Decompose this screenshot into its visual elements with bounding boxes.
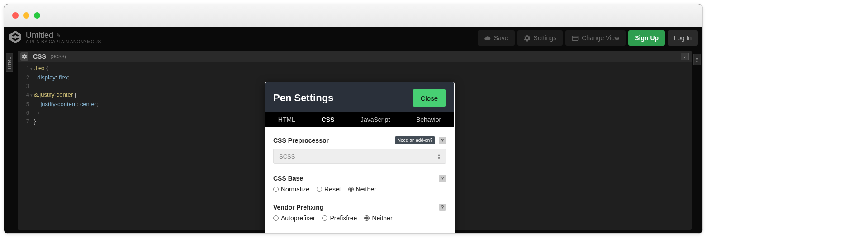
- vendor-options: Autoprefixer Prefixfree Neither: [273, 215, 446, 222]
- select-arrows-icon: ▴▾: [438, 154, 440, 159]
- radio-vendor-neither[interactable]: Neither: [364, 215, 392, 222]
- topbar-left: Untitled ✎ A PEN BY CAPTAIN ANONYMOUS: [9, 31, 101, 45]
- settings-label: Settings: [534, 34, 557, 42]
- help-icon[interactable]: ?: [439, 137, 446, 144]
- mac-window: Untitled ✎ A PEN BY CAPTAIN ANONYMOUS Sa…: [4, 4, 703, 234]
- help-icon[interactable]: ?: [439, 204, 446, 211]
- html-panel-tab[interactable]: HTML: [6, 54, 13, 72]
- radio-autoprefixer[interactable]: Autoprefixer: [273, 215, 315, 222]
- tab-behavior[interactable]: Behavior: [413, 114, 445, 125]
- help-icon[interactable]: ?: [439, 175, 446, 182]
- js-panel-tab[interactable]: JS: [693, 54, 701, 65]
- window-minimize-dot[interactable]: [23, 12, 29, 19]
- tab-css[interactable]: CSS: [318, 114, 338, 125]
- code-line: 2 display: flex;: [21, 73, 692, 82]
- code-line: 1▾.flex {: [21, 64, 692, 73]
- addon-badge[interactable]: Need an add-on?: [395, 136, 435, 144]
- modal-body: CSS Preprocessor Need an add-on? ? SCSS …: [265, 127, 454, 229]
- gear-icon: [524, 35, 531, 42]
- edit-title-icon[interactable]: ✎: [56, 33, 61, 38]
- log-in-button[interactable]: Log In: [668, 30, 698, 46]
- radio-reset[interactable]: Reset: [317, 186, 341, 193]
- window-close-dot[interactable]: [12, 12, 19, 19]
- radio-neither[interactable]: Neither: [348, 186, 376, 193]
- modal-title: Pen Settings: [273, 92, 333, 104]
- modal-tabs: HTML CSS JavaScript Behavior: [265, 112, 454, 127]
- settings-button[interactable]: Settings: [517, 30, 563, 46]
- codepen-logo-icon: [9, 31, 21, 45]
- save-label: Save: [494, 34, 508, 42]
- window-titlebar: [4, 4, 702, 27]
- layout-icon: [572, 35, 579, 42]
- tab-html[interactable]: HTML: [275, 114, 299, 125]
- log-in-label: Log In: [674, 34, 692, 42]
- window-zoom-dot[interactable]: [34, 12, 40, 19]
- codepen-app: Untitled ✎ A PEN BY CAPTAIN ANONYMOUS Sa…: [4, 27, 702, 233]
- css-base-label: CSS Base: [273, 175, 303, 182]
- preprocessor-select[interactable]: SCSS ▴▾: [273, 149, 446, 164]
- modal-header: Pen Settings Close: [265, 82, 454, 112]
- chevron-down-icon: ⌄: [683, 54, 687, 59]
- css-panel-header: CSS (SCSS) ⌄: [18, 51, 692, 62]
- preprocessor-label: CSS Preprocessor: [273, 137, 329, 144]
- preprocessor-row: CSS Preprocessor Need an add-on? ?: [273, 136, 446, 144]
- sign-up-button[interactable]: Sign Up: [628, 30, 665, 46]
- svg-rect-0: [572, 36, 578, 40]
- pen-settings-modal: Pen Settings Close HTML CSS JavaScript B…: [265, 82, 455, 234]
- close-button[interactable]: Close: [413, 89, 446, 107]
- css-panel-title: CSS: [33, 53, 46, 60]
- radio-normalize[interactable]: Normalize: [273, 186, 309, 193]
- radio-prefixfree[interactable]: Prefixfree: [322, 215, 357, 222]
- pen-subtitle: A PEN BY CAPTAIN ANONYMOUS: [26, 40, 101, 45]
- topbar-right: Save Settings Change View Sign Up Log In: [478, 30, 698, 46]
- css-panel-settings-icon[interactable]: [20, 52, 28, 61]
- css-panel-subtitle: (SCSS): [51, 54, 66, 59]
- change-view-label: Change View: [582, 34, 619, 42]
- css-base-options: Normalize Reset Neither: [273, 186, 446, 193]
- panel-collapse-button[interactable]: ⌄: [681, 53, 689, 60]
- preprocessor-selected-value: SCSS: [279, 153, 295, 160]
- vendor-row: Vendor Prefixing ?: [273, 204, 446, 211]
- pen-title[interactable]: Untitled: [26, 31, 53, 40]
- change-view-button[interactable]: Change View: [565, 30, 626, 46]
- cloud-icon: [484, 35, 491, 42]
- save-button[interactable]: Save: [478, 30, 515, 46]
- vendor-label: Vendor Prefixing: [273, 204, 323, 211]
- tab-javascript[interactable]: JavaScript: [357, 114, 394, 125]
- css-base-row: CSS Base ?: [273, 175, 446, 182]
- app-topbar: Untitled ✎ A PEN BY CAPTAIN ANONYMOUS Sa…: [4, 27, 702, 47]
- sign-up-label: Sign Up: [635, 34, 659, 42]
